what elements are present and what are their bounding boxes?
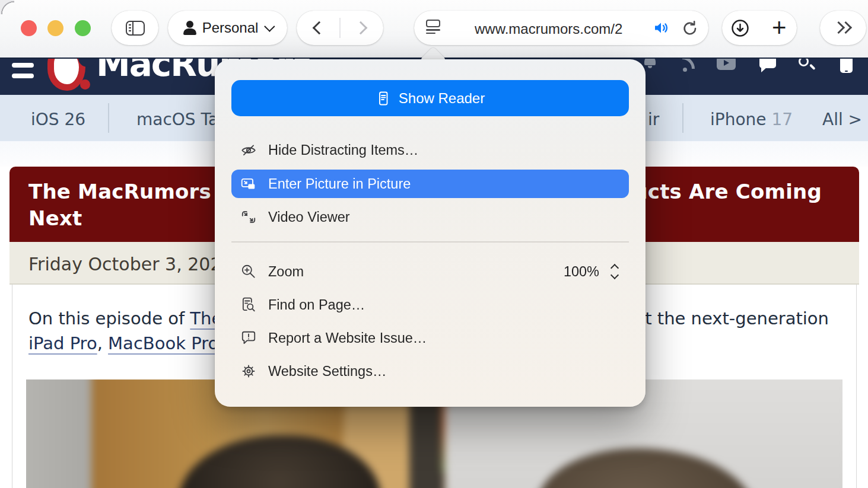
chevron-down-icon bbox=[264, 21, 275, 31]
url-text[interactable]: www.macrumors.com/2 bbox=[475, 21, 622, 37]
show-reader-label: Show Reader bbox=[399, 90, 485, 107]
history-nav-buttons bbox=[297, 11, 383, 45]
site-search-icon[interactable] bbox=[799, 59, 809, 66]
sidebar-icon bbox=[126, 21, 145, 36]
url-fade-overlay bbox=[628, 14, 654, 42]
profile-switcher-button[interactable]: Personal bbox=[168, 11, 287, 45]
menu-item-website-settings[interactable]: Website Settings… bbox=[231, 357, 629, 385]
article-paragraph-line1: On this episode of The bbox=[28, 308, 222, 328]
menu-item-zoom[interactable]: Zoom 100% bbox=[231, 257, 629, 286]
toolbar-overflow-button[interactable] bbox=[820, 11, 866, 45]
nav-item-all[interactable]: All > bbox=[822, 110, 862, 129]
back-button[interactable] bbox=[313, 21, 326, 35]
person-icon bbox=[183, 21, 196, 35]
zoom-value: 100% bbox=[564, 264, 599, 280]
menu-item-label: Website Settings… bbox=[268, 363, 386, 379]
find-on-page-icon bbox=[240, 296, 257, 314]
article-link[interactable]: MacBook Pro bbox=[108, 333, 218, 353]
forums-chat-icon[interactable] bbox=[759, 59, 776, 68]
menu-item-label: Video Viewer bbox=[268, 209, 350, 225]
headline-text-fragment[interactable]: ucts Are Coming bbox=[633, 180, 822, 203]
menu-divider bbox=[231, 241, 629, 243]
article-link[interactable]: iPad Pro bbox=[28, 333, 97, 353]
menu-item-label: Hide Distracting Items… bbox=[268, 142, 418, 158]
nav-item-ios26[interactable]: iOS 26 bbox=[31, 110, 85, 129]
article-date: Friday October 3, 2025 bbox=[28, 254, 233, 275]
audio-playing-icon[interactable] bbox=[654, 20, 670, 38]
reload-icon[interactable] bbox=[681, 20, 699, 40]
show-reader-button[interactable]: Show Reader bbox=[231, 80, 629, 116]
menu-item-hide-distracting-items[interactable]: Hide Distracting Items… bbox=[231, 136, 629, 164]
zoom-magnifier-icon bbox=[240, 263, 257, 280]
menu-item-label: Report a Website Issue… bbox=[268, 330, 427, 346]
article-paragraph-line2: iPad Pro, MacBook Pro bbox=[28, 333, 218, 353]
rss-icon[interactable] bbox=[682, 59, 697, 71]
report-issue-icon bbox=[240, 329, 257, 347]
double-chevron-icon bbox=[834, 23, 852, 33]
page-settings-icon[interactable] bbox=[426, 20, 440, 36]
new-tab-button[interactable]: + bbox=[772, 14, 787, 42]
nav-item-air-fragment[interactable]: ir bbox=[648, 110, 659, 129]
minimize-window-button[interactable] bbox=[47, 20, 63, 36]
downloads-button[interactable] bbox=[731, 19, 749, 40]
hamburger-menu-icon[interactable] bbox=[12, 59, 34, 78]
nav-divider bbox=[108, 103, 109, 133]
close-window-button[interactable] bbox=[21, 20, 37, 36]
youtube-icon[interactable] bbox=[717, 59, 736, 70]
headline-text[interactable]: Next bbox=[28, 206, 82, 230]
eye-slash-icon bbox=[240, 141, 257, 159]
picture-in-picture-icon bbox=[240, 175, 257, 193]
mobile-app-icon[interactable] bbox=[840, 59, 853, 73]
window-corner bbox=[0, 0, 14, 14]
menu-item-label: Enter Picture in Picture bbox=[268, 176, 411, 192]
macrumors-logo-icon[interactable] bbox=[47, 59, 91, 93]
nav-item-iphone17[interactable]: iPhone 17 bbox=[710, 110, 793, 129]
headline-text[interactable]: The MacRumors bbox=[28, 180, 211, 203]
page-settings-popover: Show Reader Hide Distracting Items… Ente… bbox=[215, 59, 646, 407]
reader-icon bbox=[376, 91, 391, 106]
notifications-bell-icon[interactable] bbox=[644, 59, 656, 68]
menu-item-enter-picture-in-picture[interactable]: Enter Picture in Picture bbox=[231, 170, 629, 198]
menu-item-label: Find on Page… bbox=[268, 297, 365, 313]
fullscreen-window-button[interactable] bbox=[75, 20, 91, 36]
menu-item-report-website-issue[interactable]: Report a Website Issue… bbox=[231, 324, 629, 352]
nav-item-macos[interactable]: macOS Ta bbox=[136, 110, 218, 129]
article-text: On this episode of bbox=[28, 308, 190, 328]
nav-divider bbox=[682, 103, 683, 133]
article-paragraph-line1-right: t the next-generation bbox=[645, 308, 829, 328]
button-divider bbox=[339, 18, 341, 38]
profile-label: Personal bbox=[202, 20, 259, 36]
sidebar-toggle-button[interactable] bbox=[112, 11, 158, 45]
menu-item-video-viewer[interactable]: Video Viewer bbox=[231, 203, 629, 231]
downloads-newtab-group: + bbox=[722, 11, 797, 45]
forward-button[interactable] bbox=[354, 21, 367, 35]
video-viewer-icon bbox=[240, 208, 257, 226]
menu-item-label: Zoom bbox=[268, 264, 304, 280]
zoom-stepper-icon[interactable] bbox=[610, 263, 621, 280]
menu-item-find-on-page[interactable]: Find on Page… bbox=[231, 291, 629, 319]
article-text: , bbox=[97, 333, 108, 353]
address-bar[interactable]: www.macrumors.com/2 bbox=[414, 11, 708, 45]
gear-icon bbox=[240, 362, 257, 380]
